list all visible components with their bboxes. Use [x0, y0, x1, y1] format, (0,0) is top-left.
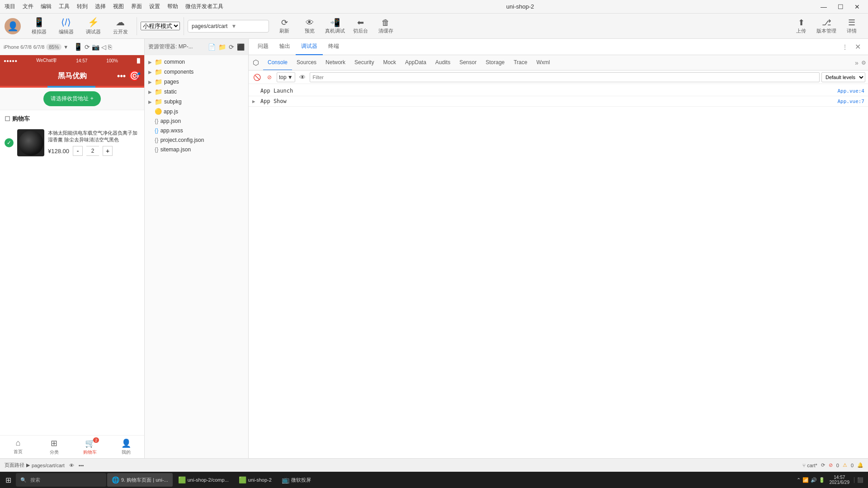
tree-item-appjson[interactable]: ▶ {} app.json — [145, 116, 248, 126]
menu-goto[interactable]: 转到 — [77, 3, 88, 10]
copy-icon[interactable]: ⎘ — [108, 43, 112, 51]
inspect-icon[interactable]: ⬡ — [250, 57, 261, 68]
console-tab-sensor[interactable]: Sensor — [455, 55, 481, 70]
taskbar-clock[interactable]: 14:57 2021/6/29 — [826, 475, 854, 485]
context-selector[interactable]: top ▼ — [277, 72, 295, 82]
more-button[interactable]: ☰ 详情 — [840, 14, 863, 38]
statusbar-eye-icon[interactable]: 👁 — [69, 463, 74, 468]
search-taskbar[interactable]: 🔍 搜索 — [16, 473, 106, 487]
network-icon[interactable]: 📶 — [802, 477, 809, 483]
menu-project[interactable]: 项目 — [5, 3, 15, 10]
simulator-button[interactable]: 📱 模拟器 — [26, 14, 52, 38]
clear-console-icon[interactable]: 🚫 — [251, 72, 262, 83]
refresh-tree-icon[interactable]: ⟳ — [229, 43, 234, 51]
phone-icon[interactable]: 📱 — [74, 42, 83, 51]
refresh-button[interactable]: ⟳ 刷新 — [273, 14, 296, 38]
start-button[interactable]: ⊞ — [2, 473, 15, 487]
nav-profile[interactable]: 👤 我的 — [108, 438, 144, 455]
close-devtools-button[interactable]: ✕ — [851, 41, 864, 53]
show-desktop-button[interactable]: ⬛ — [854, 477, 866, 483]
console-tab-sources[interactable]: Sources — [292, 55, 321, 70]
console-tab-appdata[interactable]: AppData — [401, 55, 431, 70]
editor-button[interactable]: ⟨/⟩ 编辑器 — [53, 14, 79, 38]
console-tab-mock[interactable]: Mock — [378, 55, 401, 70]
console-tab-trace[interactable]: Trace — [509, 55, 532, 70]
page-selector[interactable]: pages/cart/cart ▼ — [188, 20, 269, 33]
tree-item-appwxss[interactable]: ▶ {} app.wxss — [145, 126, 248, 135]
nav-back-icon[interactable]: ◁ — [101, 43, 106, 51]
taskbar-vscode1[interactable]: 🟩 uni-shop-2/comp... — [174, 473, 233, 487]
more-dots-icon[interactable]: ••• — [117, 71, 126, 81]
console-source-launch[interactable]: App.vue:4 — [837, 88, 864, 94]
address-button[interactable]: 请选择收货地址 + — [43, 91, 100, 106]
level-selector[interactable]: Default levels — [821, 72, 865, 82]
target-icon[interactable]: 🎯 — [128, 70, 141, 82]
cloud-button[interactable]: ☁ 云开发 — [108, 14, 133, 38]
menu-interface[interactable]: 界面 — [131, 3, 142, 10]
tab-output[interactable]: 输出 — [274, 39, 296, 55]
tree-item-components[interactable]: ▶ 📁 components — [145, 67, 248, 77]
row-arrow-icon[interactable]: ▶ — [252, 99, 257, 104]
rotate-icon[interactable]: ⟳ — [85, 43, 90, 51]
volume-icon[interactable]: 🔊 — [811, 477, 817, 483]
overflow-menu-icon[interactable]: ⋮ — [840, 42, 849, 52]
item-check[interactable]: ✓ — [5, 138, 14, 147]
nav-category[interactable]: ⊞ 分类 — [36, 438, 72, 455]
notifications-icon[interactable]: 🔔 — [857, 462, 863, 468]
menu-edit[interactable]: 编辑 — [41, 3, 52, 10]
quantity-increase[interactable]: + — [103, 146, 113, 156]
collapse-tree-icon[interactable]: ⬛ — [237, 43, 245, 51]
filter-input[interactable] — [310, 72, 820, 82]
settings-gear-icon[interactable]: ⚙ — [861, 60, 866, 66]
version-button[interactable]: ⎇ 版本管理 — [815, 14, 838, 38]
debugger-button[interactable]: ⚡ 调试器 — [80, 14, 106, 38]
tree-item-sitemap[interactable]: ▶ {} sitemap.json — [145, 145, 248, 154]
menu-settings[interactable]: 设置 — [149, 3, 160, 10]
preview-button[interactable]: 👁 预览 — [298, 14, 321, 38]
tree-item-subpkg[interactable]: ▶ 📁 subpkg — [145, 97, 248, 107]
eye-filter-icon[interactable]: 👁 — [297, 72, 308, 83]
close-button[interactable]: ✕ — [851, 2, 863, 11]
nav-cart[interactable]: 2 🛒 购物车 — [72, 438, 108, 455]
console-tab-console[interactable]: Console — [263, 55, 292, 70]
mode-selector[interactable]: 小程序模式 — [141, 22, 180, 30]
menu-file[interactable]: 文件 — [23, 3, 33, 10]
menu-help[interactable]: 帮助 — [167, 3, 178, 10]
battery-taskbar-icon[interactable]: 🔋 — [819, 477, 825, 483]
no-stop-icon[interactable]: ⊘ — [264, 72, 275, 83]
cut-back-button[interactable]: ⬅ 切后台 — [349, 14, 372, 38]
upload-button[interactable]: ⬆ 上传 — [789, 14, 813, 38]
statusbar-more-icon[interactable]: ••• — [79, 463, 84, 468]
dropdown-arrow-icon[interactable]: ▼ — [63, 44, 68, 50]
taskbar-cast[interactable]: 📺 微软投屏 — [277, 473, 316, 487]
console-tab-network[interactable]: Network — [321, 55, 350, 70]
tree-item-appjs[interactable]: ▶ 🟡 app.js — [145, 107, 248, 116]
menu-wechat-dev[interactable]: 微信开发者工具 — [185, 3, 223, 10]
tree-item-static[interactable]: ▶ 📁 static — [145, 87, 248, 97]
menu-select[interactable]: 选择 — [95, 3, 106, 10]
console-tab-storage[interactable]: Storage — [481, 55, 509, 70]
new-file-icon[interactable]: 📄 — [208, 43, 216, 51]
console-tab-audits[interactable]: Audits — [431, 55, 455, 70]
minimize-button[interactable]: — — [817, 2, 830, 11]
tabs-overflow-icon[interactable]: » — [852, 57, 861, 68]
console-tab-security[interactable]: Security — [350, 55, 378, 70]
user-avatar[interactable]: 👤 — [5, 18, 21, 34]
clear-cache-button[interactable]: 🗑 清缓存 — [374, 14, 397, 38]
tab-terminal[interactable]: 终端 — [323, 39, 344, 55]
nav-home[interactable]: ⌂ 首页 — [0, 438, 36, 455]
real-machine-button[interactable]: 📲 真机调试 — [323, 14, 347, 38]
menu-tools[interactable]: 工具 — [59, 3, 70, 10]
maximize-button[interactable]: ☐ — [834, 2, 847, 11]
new-folder-icon[interactable]: 📁 — [218, 43, 226, 51]
chevron-up-icon[interactable]: ⌃ — [797, 477, 801, 483]
quantity-decrease[interactable]: - — [73, 146, 83, 156]
tab-debugger[interactable]: 调试器 — [296, 39, 323, 55]
taskbar-vscode2[interactable]: 🟩 uni-shop-2 — [234, 473, 276, 487]
console-tab-wxml[interactable]: Wxml — [532, 55, 554, 70]
tab-issues[interactable]: 问题 — [252, 39, 274, 55]
taskbar-chrome[interactable]: 🌐 9. 购物车页面 | uni-... — [107, 473, 173, 487]
menu-view[interactable]: 视图 — [113, 3, 124, 10]
camera-icon[interactable]: 📷 — [92, 43, 99, 51]
sync-icon[interactable]: ⟳ — [821, 462, 825, 468]
